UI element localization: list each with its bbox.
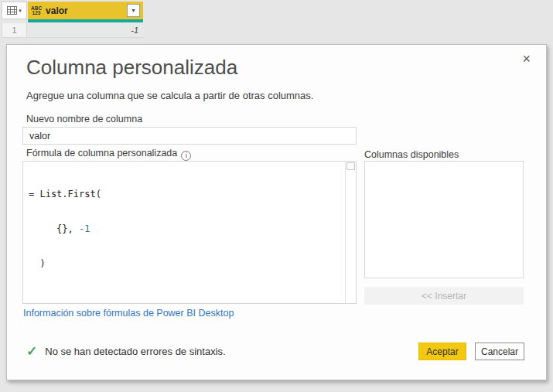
table-select-all-button[interactable]: ▾ — [2, 2, 27, 19]
status-message: No se han detectado errores de sintaxis. — [45, 346, 225, 357]
available-columns-list[interactable] — [364, 161, 524, 278]
custom-column-dialog: × Columna personalizada Agregue una colu… — [6, 44, 547, 380]
power-query-window: ▾ ABC 123 valor ▾ 1 -1 × Columna persona… — [0, 0, 553, 392]
formula-scrollbar[interactable] — [345, 162, 356, 303]
info-icon[interactable]: i — [181, 151, 191, 161]
available-columns-label: Columnas disponibles — [364, 149, 459, 160]
formula-help-link[interactable]: Información sobre fórmulas de Power BI D… — [23, 308, 234, 319]
column-name: valor — [46, 5, 127, 16]
type-icon-123: 123 — [32, 11, 41, 15]
formula-label: Fórmula de columna personalizadai — [26, 148, 191, 161]
new-column-name-label: Nuevo nombre de columna — [26, 114, 142, 124]
code-line: {}, -1 — [29, 223, 340, 235]
chevron-down-icon: ▾ — [19, 8, 22, 13]
code-line: = List.First( — [29, 189, 340, 200]
code-text: {}, — [29, 223, 79, 234]
formula-code[interactable]: = List.First( {}, -1 ) — [23, 162, 345, 303]
row-number[interactable]: 1 — [2, 23, 27, 38]
code-number-literal: -1 — [79, 223, 90, 234]
accept-button[interactable]: Aceptar — [418, 343, 466, 360]
formula-label-text: Fórmula de columna personalizada — [26, 148, 177, 159]
formula-editor[interactable]: = List.First( {}, -1 ) — [22, 161, 357, 304]
column-filter-button[interactable]: ▾ — [127, 4, 140, 17]
code-line: ) — [29, 258, 340, 270]
selected-column-accent — [28, 19, 143, 22]
scrollbar-thumb[interactable] — [346, 162, 355, 170]
syntax-status: ✓ No se han detectado errores de sintaxi… — [26, 345, 226, 358]
check-icon: ✓ — [26, 345, 37, 358]
new-column-name-input[interactable] — [22, 127, 357, 145]
close-button[interactable]: × — [519, 49, 534, 69]
insert-button[interactable]: << Insertar — [364, 287, 524, 305]
column-header-valor[interactable]: ABC 123 valor ▾ — [28, 2, 143, 19]
chevron-down-icon: ▾ — [131, 7, 135, 14]
table-cell-value[interactable]: -1 — [28, 23, 143, 38]
table-grid-icon — [7, 6, 17, 15]
column-type-abc123-icon: ABC 123 — [31, 6, 42, 15]
cancel-button[interactable]: Cancelar — [475, 343, 524, 360]
page-title: Columna personalizada — [26, 56, 237, 80]
dialog-subtitle: Agregue una columna que se calcula a par… — [26, 90, 313, 101]
